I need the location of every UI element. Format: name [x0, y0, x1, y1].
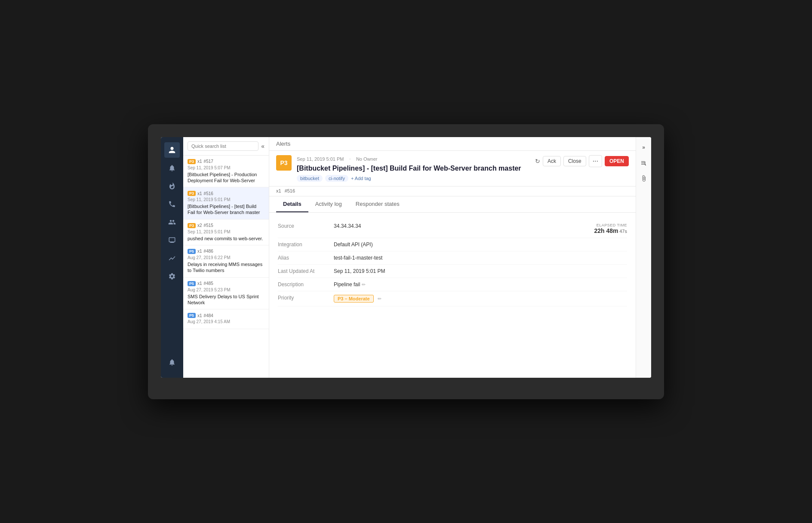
search-input[interactable]: [188, 141, 258, 151]
alert-owner: No Owner: [356, 156, 378, 162]
sidebar-icon-phone[interactable]: [164, 196, 180, 212]
integration-value: Default API (API): [334, 242, 627, 248]
alert-item-header-516: P3 x1 #516: [188, 191, 265, 196]
right-panel: »: [636, 137, 651, 378]
main-content: Alerts P3 Sep 11, 2019 5:01 PM · No Owne…: [269, 137, 636, 378]
alert-list-panel: « P3 x1 #517 Sep 11, 2019 5:07 PM [Bitbu…: [183, 137, 269, 378]
priority-badge: P3 – Moderate: [334, 295, 374, 303]
count-badge-517: x1: [197, 159, 202, 164]
sidebar-icon-bell[interactable]: [164, 160, 180, 176]
collapse-list-button[interactable]: «: [261, 143, 265, 150]
tab-responder-states[interactable]: Responder states: [349, 196, 406, 212]
alert-detail-header: P3 Sep 11, 2019 5:01 PM · No Owner [Bitb…: [269, 151, 636, 187]
description-edit-icon[interactable]: ✏: [362, 282, 366, 287]
count-badge-486: x1: [197, 249, 202, 254]
alert-detail-title: [Bitbucket Pipelines] - [test] Build Fai…: [297, 165, 530, 172]
collapse-right-button[interactable]: »: [638, 141, 650, 153]
tag-bitbucket: bitbucket: [297, 175, 323, 182]
priority-edit-icon[interactable]: ✏: [378, 296, 381, 301]
issue-id-label: #516: [285, 188, 295, 193]
sidebar-icon-settings[interactable]: [164, 269, 180, 284]
field-priority: Priority P3 – Moderate ✏: [278, 291, 627, 306]
sidebar-icon-user[interactable]: [164, 142, 180, 158]
sidebar-icon-monitor[interactable]: [164, 232, 180, 248]
priority-badge-485: P5: [188, 281, 196, 286]
alert-time-484: Aug 27, 2019 4:15 AM: [188, 319, 265, 324]
priority-badge-517: P3: [188, 159, 196, 164]
field-description: Description Pipeline fail ✏: [278, 278, 627, 291]
monitor-frame: « P3 x1 #517 Sep 11, 2019 5:07 PM [Bitbu…: [148, 124, 664, 399]
refresh-icon[interactable]: ↻: [535, 158, 540, 165]
tabs-row: Details Activity log Responder states: [269, 196, 636, 213]
alert-item-header: P3 x1 #517: [188, 159, 265, 164]
priority-badge-484: P5: [188, 313, 196, 318]
alert-title-515: pushed new commits to web-server.: [188, 236, 265, 242]
meta-separator: ·: [349, 155, 351, 163]
integration-label: Integration: [278, 242, 334, 248]
alert-items: P3 x1 #517 Sep 11, 2019 5:07 PM [Bitbuck…: [183, 156, 269, 378]
description-label: Description: [278, 281, 334, 287]
alerts-section-header: Alerts: [269, 137, 636, 151]
alert-meta-top: Sep 11, 2019 5:01 PM · No Owner: [297, 155, 530, 163]
count-badge-484: x1: [197, 313, 202, 318]
issue-num-517: #517: [204, 159, 213, 164]
sidebar-icon-flame[interactable]: [164, 178, 180, 194]
alert-time-515: Sep 11, 2019 5:01 PM: [188, 229, 265, 234]
count-badge-516: x1: [197, 191, 202, 196]
elapsed-hours-mins: 22h 48m: [594, 227, 618, 234]
elapsed-seconds: 47s: [619, 229, 627, 234]
search-bar-row: «: [183, 137, 269, 156]
attachment-icon[interactable]: [638, 172, 650, 184]
field-integration: Integration Default API (API): [278, 238, 627, 251]
alert-item-484[interactable]: P5 x1 #484 Aug 27, 2019 4:15 AM: [183, 309, 269, 329]
alert-item-517[interactable]: P3 x1 #517 Sep 11, 2019 5:07 PM [Bitbuck…: [183, 156, 269, 188]
sidebar: [161, 137, 183, 378]
alert-title-486: Delays in receiving MMS messages to Twil…: [188, 261, 265, 274]
elapsed-time-box: ELAPSED TIME 22h 48m 47s: [594, 223, 627, 234]
sidebar-icon-notification-bottom[interactable]: [164, 355, 180, 370]
alert-item-486[interactable]: P5 x1 #486 Aug 27, 2019 6:22 PM Delays i…: [183, 245, 269, 278]
alias-label: Alias: [278, 255, 334, 261]
add-tag-button[interactable]: + Add tag: [351, 176, 371, 181]
notes-icon[interactable]: [638, 157, 650, 169]
elapsed-label: ELAPSED TIME: [594, 223, 627, 227]
last-updated-label: Last Updated At: [278, 268, 334, 274]
description-value: Pipeline fail ✏: [334, 281, 627, 287]
elapsed-value: 22h 48m 47s: [594, 227, 627, 234]
tab-activity-log[interactable]: Activity log: [308, 196, 349, 212]
sidebar-icon-chart[interactable]: [164, 251, 180, 266]
alert-item-515[interactable]: P3 x2 #515 Sep 11, 2019 5:01 PM pushed n…: [183, 220, 269, 245]
screen: « P3 x1 #517 Sep 11, 2019 5:07 PM [Bitbu…: [161, 137, 651, 378]
tab-details[interactable]: Details: [276, 196, 308, 212]
last-updated-value: Sep 11, 2019 5:01 PM: [334, 268, 627, 274]
alert-time-486: Aug 27, 2019 6:22 PM: [188, 255, 265, 260]
more-actions-button[interactable]: ···: [589, 155, 602, 167]
issue-num-485: #485: [204, 281, 213, 286]
alert-item-485[interactable]: P5 x1 #485 Aug 27, 2019 5:23 PM SMS Deli…: [183, 278, 269, 310]
detail-subrow: x1 #516: [269, 187, 636, 196]
open-button[interactable]: OPEN: [605, 156, 629, 166]
alert-item-header-485: P5 x1 #485: [188, 281, 265, 286]
field-alias: Alias test-fail-1-master-test: [278, 251, 627, 265]
issue-num-516: #516: [204, 191, 213, 196]
alert-time-516: Sep 11, 2019 5:01 PM: [188, 197, 265, 202]
alert-item-header-484: P5 x1 #484: [188, 313, 265, 318]
source-label: Source: [278, 223, 334, 229]
issue-num-484: #484: [204, 313, 213, 318]
sidebar-icon-team[interactable]: [164, 214, 180, 230]
issue-num-486: #486: [204, 249, 213, 254]
issue-num-515: #515: [204, 223, 213, 228]
count-label: x1: [276, 188, 281, 193]
alert-title-485: SMS Delivery Delays to US Sprint Network: [188, 294, 265, 306]
priority-badge-515: P3: [188, 223, 196, 228]
alert-item-header-486: P5 x1 #486: [188, 249, 265, 254]
close-button[interactable]: Close: [563, 156, 586, 166]
ack-button[interactable]: Ack: [543, 156, 561, 166]
field-source: Source 34.34.34.34 ELAPSED TIME 22h 48m …: [278, 220, 627, 238]
alert-time-485: Aug 27, 2019 5:23 PM: [188, 287, 265, 292]
alert-priority-box: P3: [276, 155, 292, 171]
header-actions: ↻ Ack Close ··· OPEN: [535, 155, 629, 167]
priority-value: P3 – Moderate ✏: [334, 295, 627, 303]
alert-item-516[interactable]: P3 x1 #516 Sep 11, 2019 5:01 PM [Bitbuck…: [183, 187, 269, 220]
alert-datetime: Sep 11, 2019 5:01 PM: [297, 156, 344, 162]
